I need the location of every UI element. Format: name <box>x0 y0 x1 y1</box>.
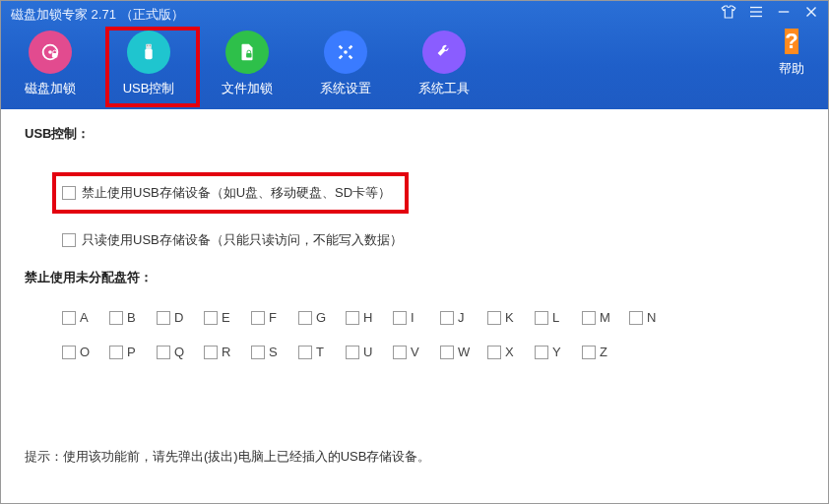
drive-letter-item: K <box>487 310 535 325</box>
drive-letter-item: O <box>62 345 109 359</box>
option-readonly-usb: 只读使用USB存储设备（只能只读访问，不能写入数据） <box>62 231 804 249</box>
drive-letter-item: L <box>535 310 582 325</box>
nav-label: 系统设置 <box>320 80 371 97</box>
drive-letter-item: N <box>629 310 676 325</box>
drive-letter-label: J <box>458 310 465 325</box>
svg-rect-13 <box>246 53 252 58</box>
checkbox-drive-E[interactable] <box>204 311 218 325</box>
drive-letter-item: U <box>346 345 393 359</box>
checkbox-drive-Q[interactable] <box>157 346 170 359</box>
svg-rect-12 <box>145 48 152 59</box>
nav-usb-control[interactable]: USB控制 <box>119 31 178 97</box>
drive-letter-label: Z <box>600 345 607 359</box>
option-readonly-usb-label: 只读使用USB存储设备（只能只读访问，不能写入数据） <box>82 231 403 249</box>
drive-letter-label: H <box>363 310 372 325</box>
drive-letter-label: L <box>552 310 559 325</box>
drive-letter-label: X <box>505 345 514 359</box>
drive-letter-label: W <box>458 345 470 359</box>
checkbox-drive-A[interactable] <box>62 311 76 325</box>
checkbox-drive-Y[interactable] <box>535 346 548 359</box>
checkbox-drive-I[interactable] <box>393 311 407 325</box>
nav-label: 磁盘加锁 <box>25 80 76 97</box>
checkbox-drive-X[interactable] <box>487 346 501 359</box>
drive-letter-item: W <box>440 345 487 359</box>
drive-letter-label: T <box>316 345 324 359</box>
nav-system-tools[interactable]: 系统工具 <box>414 31 474 97</box>
drive-letter-label: U <box>363 345 372 359</box>
checkbox-drive-P[interactable] <box>109 346 123 359</box>
tools-icon <box>422 31 466 74</box>
svg-point-7 <box>48 50 52 54</box>
checkbox-disable-usb[interactable] <box>62 186 76 200</box>
drive-letter-item: Y <box>535 345 582 359</box>
checkbox-drive-L[interactable] <box>535 311 548 325</box>
drive-letter-label: O <box>80 345 90 359</box>
drive-letter-item: P <box>109 345 157 359</box>
drive-letter-item: A <box>62 310 109 325</box>
drive-letter-label: S <box>269 345 278 359</box>
drive-letter-label: N <box>647 310 656 325</box>
drive-letter-label: G <box>316 310 326 325</box>
minimize-icon[interactable] <box>775 3 793 21</box>
drive-letter-label: Y <box>552 345 561 359</box>
nav-label: 系统工具 <box>418 80 470 97</box>
toolbar: 磁盘加锁 USB控制 文件加锁 系统设置 <box>1 29 828 97</box>
settings-icon <box>324 31 367 74</box>
checkbox-drive-J[interactable] <box>440 311 454 325</box>
file-lock-icon <box>225 31 269 74</box>
checkbox-drive-W[interactable] <box>440 346 454 359</box>
checkbox-drive-H[interactable] <box>346 311 359 325</box>
checkbox-drive-T[interactable] <box>298 346 312 359</box>
drive-letter-item: R <box>204 345 251 359</box>
checkbox-drive-N[interactable] <box>629 311 643 325</box>
nav-file-lock[interactable]: 文件加锁 <box>218 31 277 97</box>
nav-disk-lock[interactable]: 磁盘加锁 <box>21 31 80 97</box>
drive-letter-label: R <box>222 345 230 359</box>
drive-letter-item: B <box>109 310 157 325</box>
window-title: 磁盘加锁专家 2.71 （正式版） <box>11 6 184 24</box>
checkbox-drive-R[interactable] <box>204 346 218 359</box>
drives-section-title: 禁止使用未分配盘符： <box>25 269 804 286</box>
checkbox-drive-G[interactable] <box>298 311 312 325</box>
drive-letter-item: H <box>346 310 393 325</box>
nav-system-settings[interactable]: 系统设置 <box>316 31 375 97</box>
drive-letter-grid: ABDEFGHIJKLMNOPQRSTUVWXYZ <box>62 310 804 359</box>
drive-letter-label: F <box>269 310 277 325</box>
checkbox-drive-S[interactable] <box>251 346 265 359</box>
drive-letter-item: S <box>251 345 298 359</box>
checkbox-drive-V[interactable] <box>393 346 407 359</box>
checkbox-drive-M[interactable] <box>582 311 596 325</box>
drive-letter-item: X <box>487 345 535 359</box>
checkbox-drive-K[interactable] <box>487 311 501 325</box>
drive-letter-label: E <box>222 310 230 325</box>
nav-help[interactable]: ? 帮助 <box>779 29 804 78</box>
drive-letter-item: I <box>393 310 440 325</box>
svg-rect-10 <box>147 45 148 46</box>
close-icon[interactable] <box>802 3 820 21</box>
option-disable-usb-label: 禁止使用USB存储设备（如U盘、移动硬盘、SD卡等） <box>82 184 391 202</box>
menu-icon[interactable] <box>747 3 765 21</box>
drive-letter-item: D <box>157 310 204 325</box>
drive-letter-item: T <box>298 345 346 359</box>
content-area: USB控制： 禁止使用USB存储设备（如U盘、移动硬盘、SD卡等） 只读使用US… <box>1 109 828 503</box>
annotation-highlight-option: 禁止使用USB存储设备（如U盘、移动硬盘、SD卡等） <box>52 172 409 214</box>
svg-point-14 <box>344 50 348 54</box>
header: 磁盘加锁专家 2.71 （正式版） 磁盘加锁 <box>1 1 828 109</box>
checkbox-drive-F[interactable] <box>251 311 265 325</box>
skin-icon[interactable] <box>720 3 737 21</box>
footer-tip: 提示：使用该功能前，请先弹出(拔出)电脑上已经插入的USB存储设备。 <box>25 448 430 466</box>
drive-letter-item: Q <box>157 345 204 359</box>
checkbox-drive-O[interactable] <box>62 346 76 359</box>
checkbox-drive-Z[interactable] <box>582 346 596 359</box>
drive-letter-label: M <box>600 310 610 325</box>
checkbox-drive-D[interactable] <box>157 311 170 325</box>
checkbox-readonly-usb[interactable] <box>62 233 76 247</box>
usb-icon <box>127 31 170 74</box>
drive-letter-item: G <box>298 310 346 325</box>
drive-letter-label: D <box>174 310 183 325</box>
checkbox-drive-B[interactable] <box>109 311 123 325</box>
checkbox-drive-U[interactable] <box>346 346 359 359</box>
app-window: 磁盘加锁专家 2.71 （正式版） 磁盘加锁 <box>0 0 829 504</box>
titlebar: 磁盘加锁专家 2.71 （正式版） <box>1 1 828 29</box>
usb-section-title: USB控制： <box>25 125 804 143</box>
